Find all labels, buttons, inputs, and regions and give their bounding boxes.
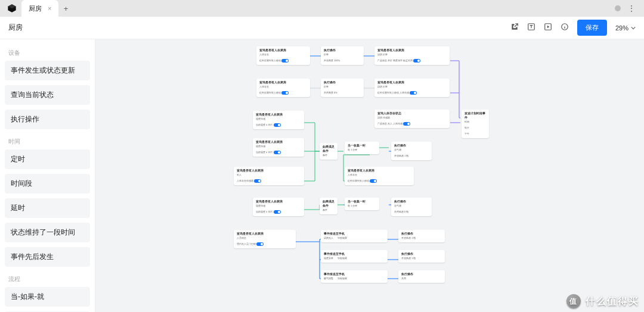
play-icon[interactable]: [544, 23, 552, 33]
node-palette-sidebar: 设备 事件发生或状态更新 查询当前状态 执行操作 时间 定时 时间段 延时 状态…: [0, 39, 95, 312]
node-query-presence-3[interactable]: 查询是否有人在厨房 人体存在 红外探测到有人移动: [345, 167, 414, 185]
sidebar-item-execute-action[interactable]: 执行操作: [5, 110, 90, 129]
page-title: 厨房: [8, 23, 23, 33]
toggle-icon[interactable]: [403, 122, 410, 126]
watermark-text: 什么值得买: [586, 295, 639, 308]
toggle-icon[interactable]: [413, 59, 420, 63]
sidebar-item-time-range[interactable]: 时间段: [5, 174, 90, 194]
sidebar-item-sequence[interactable]: 事件先后发生: [5, 247, 90, 267]
watermark: 值 什么值得买: [566, 294, 639, 308]
toggle-icon[interactable]: [281, 91, 289, 95]
new-tab-button[interactable]: +: [58, 4, 73, 13]
sidebar-item-query-state[interactable]: 查询当前状态: [5, 85, 90, 105]
chevron-down-icon: [631, 26, 636, 30]
node-query-presence-side[interactable]: 查询是否有人在厨房 有人 人体存在传感器: [234, 167, 304, 185]
node-query-temp-upper[interactable]: 查询是否有人在厨房 温度传感 当前温度 ≥ 35℃: [253, 111, 304, 129]
node-push-1[interactable]: 事件推送至手机 厨房无人 智能场景: [321, 230, 388, 242]
sidebar-item-when-if-then[interactable]: 当-如果-就: [5, 287, 90, 307]
node-execute-fan-1[interactable]: 执行操作 排气扇 开启风速 1 档: [391, 142, 432, 160]
node-push-2[interactable]: 事件推送至手机 温度异常 智能场景: [321, 250, 388, 263]
more-menu-icon[interactable]: ⋮: [628, 4, 636, 13]
zoom-value: 29%: [615, 24, 628, 32]
browser-tab-active[interactable]: 厨房 ×: [21, 0, 58, 17]
sidebar-item-scheduled[interactable]: 定时: [5, 149, 90, 169]
node-query-temp-lower[interactable]: 查询是否有人在厨房 温度传感 当前温度 ≥ 35℃: [253, 198, 304, 216]
node-query-nobody[interactable]: 查询人体存在状态 厨房 传感器 产品状态 无人 人体传感: [374, 110, 450, 128]
sidebar-item-delay[interactable]: 延时: [5, 198, 90, 218]
toggle-icon[interactable]: [274, 210, 281, 214]
toggle-icon[interactable]: [281, 59, 289, 63]
node-query-presence-1[interactable]: 查询是否有人在厨房 人体存在 红外探测到有人移动: [256, 46, 310, 65]
node-query-lamp-1[interactable]: 查询是否有人在厨房 厨房 灯带 产品状态 开灯 亮度调节 延迟关闭: [374, 46, 450, 65]
node-execute-fan-c[interactable]: 执行操作 关闭: [398, 270, 445, 283]
node-query-temp-mid[interactable]: 查询是否有人在厨房 温度传感 当前温度 ≥ 35℃: [253, 138, 304, 157]
group-heading-devices: 设备: [5, 45, 90, 61]
sidebar-item-event-or-state[interactable]: 事件发生或状态更新: [5, 61, 90, 80]
app-logo-icon: [7, 4, 17, 13]
info-icon[interactable]: [561, 23, 569, 33]
account-avatar-icon[interactable]: [615, 5, 621, 11]
node-execute-fan-b[interactable]: 执行操作 开启风速 1 档: [398, 250, 445, 263]
node-query-nobody-home[interactable]: 查询是否有人在厨房 人员状态 屋内无人且门已锁: [234, 230, 296, 248]
node-push-3[interactable]: 事件推送至手机 燃气报警 智能场景: [321, 270, 388, 283]
watermark-coin-icon: 值: [566, 294, 581, 308]
node-when-collect-1[interactable]: 当一收集一时 每 1 分钟: [345, 142, 379, 154]
page-header: 厨房 保存 29%: [0, 17, 644, 39]
toggle-icon[interactable]: [256, 242, 264, 246]
share-icon[interactable]: [510, 23, 519, 33]
zoom-dropdown[interactable]: 29%: [615, 24, 636, 32]
node-execute-2[interactable]: 执行操作 灯带 关闭亮度 0%: [321, 79, 364, 97]
browser-tabbar: 厨房 × + ⋮: [0, 0, 644, 17]
toggle-icon[interactable]: [370, 179, 377, 183]
group-heading-flow: 流程: [5, 272, 90, 287]
sidebar-item-state-persist[interactable]: 状态维持了一段时间: [5, 223, 90, 242]
close-tab-icon[interactable]: ×: [48, 5, 51, 12]
node-if-condition-2[interactable]: 如果满足条件 条件: [320, 198, 338, 214]
text-icon[interactable]: [527, 23, 535, 33]
toggle-icon[interactable]: [254, 179, 261, 183]
node-schedule-right[interactable]: 发送计划时段事件 时间 每天 下午: [462, 110, 489, 138]
toggle-icon[interactable]: [274, 123, 281, 127]
node-execute-fan-a[interactable]: 执行操作 开启风速 1 档: [398, 230, 445, 242]
node-when-collect-2[interactable]: 当一收集一时 每 1 分钟: [345, 198, 379, 210]
node-query-presence-2[interactable]: 查询是否有人在厨房 人体存在 红外探测到有人移动: [256, 79, 310, 97]
toggle-icon[interactable]: [410, 91, 417, 95]
tab-title: 厨房: [29, 4, 42, 13]
save-button[interactable]: 保存: [577, 20, 607, 36]
flow-canvas[interactable]: 查询是否有人在厨房 人体存在 红外探测到有人移动 执行操作 灯带 开启亮度 10…: [95, 39, 644, 312]
node-if-condition-1[interactable]: 如果满足条件 条件: [320, 143, 338, 160]
node-query-lamp-2[interactable]: 查询是否有人在厨房 厨房 灯带 红外探测到有人移动 人体传感: [374, 79, 450, 97]
toggle-icon[interactable]: [274, 151, 281, 154]
group-heading-time: 时间: [5, 134, 90, 149]
node-execute-fan-2[interactable]: 执行操作 排气扇 关闭风速 0 档: [391, 198, 432, 216]
node-execute-1[interactable]: 执行操作 灯带 开启亮度 100%: [321, 46, 364, 65]
